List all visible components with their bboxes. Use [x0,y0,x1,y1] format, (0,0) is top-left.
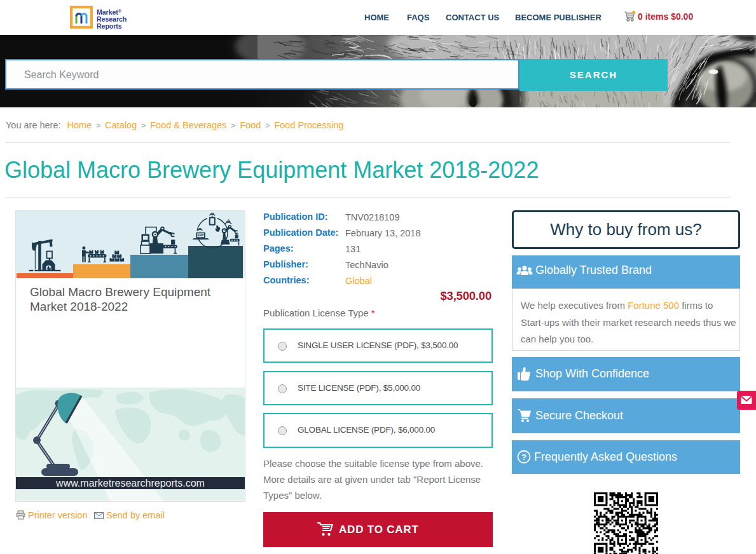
svg-text:ERP: ERP [198,234,205,237]
svg-text:?: ? [521,452,526,462]
svg-text:Global Macro Brewery Equipment: Global Macro Brewery Equipment [30,285,211,299]
svg-text:www.marketresearchreports.com: www.marketresearchreports.com [55,478,205,489]
svg-text:Market 2018-2022: Market 2018-2022 [30,300,128,313]
